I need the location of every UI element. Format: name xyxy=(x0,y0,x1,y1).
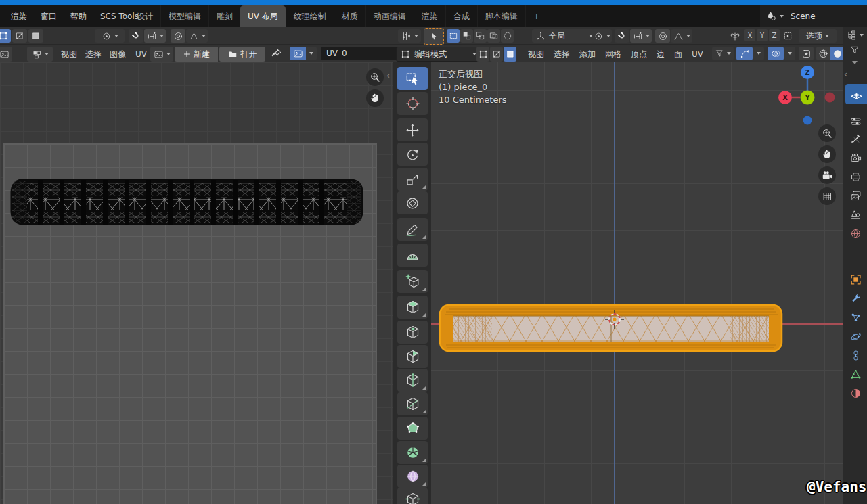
outliner-expand-arrow[interactable] xyxy=(852,61,858,64)
viewport-canvas[interactable]: 正交后视图 (1) piece_0 10 Centimeters Z X Y xyxy=(431,62,843,504)
menu-window[interactable]: 窗口 xyxy=(34,8,64,24)
select-mode-intersect-button[interactable] xyxy=(501,29,514,43)
tool-spin[interactable] xyxy=(397,441,428,464)
new-image-button[interactable]: 新建 xyxy=(175,47,218,62)
outliner-collapse-arrow[interactable]: ‹ xyxy=(844,69,847,79)
tool-extrude-region[interactable] xyxy=(397,296,428,319)
scene-name[interactable]: Scene xyxy=(786,12,816,21)
properties-tab-constraints[interactable] xyxy=(848,348,863,363)
mesh-select-vertex-button[interactable] xyxy=(476,47,489,62)
shading-wireframe-button[interactable] xyxy=(816,47,830,60)
select-mode-subtract-button[interactable] xyxy=(474,29,487,43)
open-image-button[interactable]: 打开 xyxy=(219,47,265,62)
uv-pivot-point-dropdown[interactable] xyxy=(95,29,125,43)
properties-tab-object-data[interactable] xyxy=(848,367,863,382)
outliner-icon[interactable] xyxy=(846,30,857,41)
navigation-gizmo[interactable]: Z X Y xyxy=(770,64,840,129)
add-workspace-button[interactable]: + xyxy=(525,5,548,27)
viewport-pan-button[interactable] xyxy=(818,145,836,163)
tool-poly-build[interactable] xyxy=(397,417,428,440)
snap-base-icon[interactable] xyxy=(782,30,793,41)
active-tool-indicator[interactable] xyxy=(424,28,444,45)
gizmos-dropdown[interactable] xyxy=(757,52,761,55)
tool-annotate[interactable] xyxy=(397,218,428,241)
uv-proportional-editing-toggle[interactable] xyxy=(171,29,185,43)
gizmo-minus-z-axis[interactable] xyxy=(803,116,812,125)
snap-target-dropdown[interactable] xyxy=(630,29,652,43)
viewport-ortho-toggle-button[interactable] xyxy=(818,187,836,205)
snap-toggle[interactable] xyxy=(615,29,629,43)
xray-toggle[interactable] xyxy=(799,47,814,60)
uv-select-mode-edge-button[interactable] xyxy=(12,29,27,43)
tool-add-cube[interactable] xyxy=(397,270,428,293)
mirror-x-toggle[interactable]: X xyxy=(744,29,755,41)
tool-transform[interactable] xyxy=(397,191,428,214)
gizmo-minus-x-axis[interactable] xyxy=(825,93,835,103)
properties-tab-modifiers[interactable] xyxy=(848,291,863,306)
transform-orientation-dropdown[interactable]: 全局 xyxy=(532,29,597,43)
properties-tab-world[interactable] xyxy=(848,226,863,241)
uv-selection-mode-dropdown[interactable] xyxy=(27,47,53,62)
options-dropdown[interactable]: 选项 xyxy=(799,29,837,43)
overlays-dropdown[interactable] xyxy=(788,52,792,55)
menu-render[interactable]: 渲染 xyxy=(4,8,34,24)
mirror-z-toggle[interactable]: Z xyxy=(769,29,780,41)
menu-help[interactable]: 帮助 xyxy=(64,8,93,24)
overlays-toggle[interactable] xyxy=(768,47,784,60)
tool-shade-smooth[interactable] xyxy=(397,465,428,488)
mesh-select-edge-button[interactable] xyxy=(490,47,503,62)
properties-tab-material[interactable] xyxy=(848,386,863,400)
tool-scale[interactable] xyxy=(397,168,428,191)
pin-image-button[interactable] xyxy=(271,48,282,60)
image-browse-dropdown[interactable] xyxy=(150,47,173,62)
tool-loop-cut[interactable] xyxy=(397,369,428,392)
uv-select-mode-face-button[interactable] xyxy=(28,29,43,43)
viewport-zoom-button[interactable] xyxy=(818,124,836,142)
image-name-field[interactable]: UV_0 xyxy=(321,47,399,60)
tool-cursor[interactable] xyxy=(397,92,428,115)
properties-tab-render[interactable] xyxy=(848,150,863,165)
uv-snap-target-dropdown[interactable] xyxy=(144,29,166,43)
uv-proportional-falloff-dropdown[interactable] xyxy=(186,29,208,43)
mirror-y-toggle[interactable]: Y xyxy=(757,29,768,41)
tool-rotate[interactable] xyxy=(397,143,428,166)
image-datablock-button[interactable] xyxy=(290,47,317,60)
viewport-camera-button[interactable] xyxy=(818,166,836,184)
properties-tab-particles[interactable] xyxy=(848,310,863,325)
properties-tab-physics[interactable] xyxy=(848,329,863,344)
uv-zoom-button[interactable] xyxy=(366,68,384,86)
workspace-tab-modeling[interactable]: 模型编辑 xyxy=(160,5,208,27)
outliner-selected-object[interactable] xyxy=(845,84,867,104)
properties-tab-tool[interactable] xyxy=(848,131,863,145)
tool-knife[interactable] xyxy=(397,392,428,415)
tool-move[interactable] xyxy=(397,118,428,141)
select-mode-set-button[interactable] xyxy=(447,29,460,43)
uv-pan-button[interactable] xyxy=(366,89,384,107)
scene-browse-button[interactable] xyxy=(760,10,786,22)
vp-menu-uv[interactable]: UV xyxy=(685,46,710,62)
properties-editor-type-button[interactable] xyxy=(848,114,863,129)
uv-snap-toggle[interactable] xyxy=(129,29,143,43)
workspace-tab-uv-layout[interactable]: UV 布局 xyxy=(240,5,286,27)
workspace-tab-design[interactable]: 设计 xyxy=(129,5,160,27)
workspace-tab-render[interactable]: 渲染 xyxy=(414,5,445,27)
proportional-falloff-dropdown[interactable] xyxy=(671,29,692,43)
workspace-tab-scripting[interactable]: 脚本编辑 xyxy=(477,5,525,27)
tool-inset-faces[interactable] xyxy=(397,321,428,344)
properties-tab-object[interactable] xyxy=(848,272,863,287)
pivot-point-dropdown[interactable] xyxy=(592,29,612,43)
uv-island-mesh[interactable] xyxy=(8,173,365,230)
proportional-editing-toggle[interactable] xyxy=(655,29,670,43)
gizmos-toggle[interactable] xyxy=(736,47,753,60)
tool-measure[interactable] xyxy=(397,244,428,267)
properties-tab-view-layer[interactable] xyxy=(848,188,863,203)
select-mode-invert-button[interactable] xyxy=(487,29,500,43)
select-mode-extend-button[interactable] xyxy=(460,29,473,43)
uv-editor-type-button[interactable] xyxy=(0,47,12,62)
workspace-tab-compositing[interactable]: 合成 xyxy=(445,5,477,27)
object-visibility-dropdown[interactable] xyxy=(712,47,734,60)
shading-solid-button[interactable] xyxy=(830,47,844,60)
tool-select-box[interactable] xyxy=(397,67,428,90)
properties-tab-output[interactable] xyxy=(848,169,863,184)
tool-edge-slide[interactable] xyxy=(397,488,428,504)
